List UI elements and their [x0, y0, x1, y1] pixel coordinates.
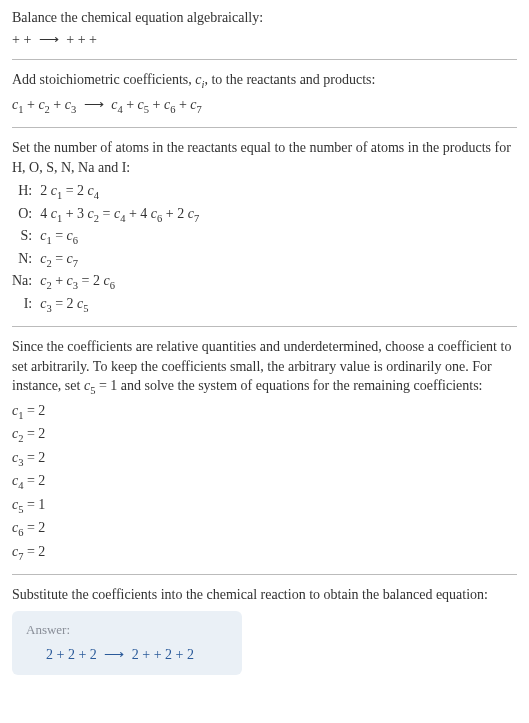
divider	[12, 127, 517, 128]
c7: c7	[190, 97, 201, 112]
intro-section: Balance the chemical equation algebraica…	[12, 8, 517, 49]
atom-eq: c2 + c3 = 2 c6	[40, 271, 199, 293]
divider	[12, 59, 517, 60]
c5: c5	[138, 97, 149, 112]
atom-label: O:	[12, 204, 40, 226]
stoich-equation: c1 + c2 + c3 ⟶ c4 + c5 + c6 + c7	[12, 95, 517, 117]
answer-lhs: 2 + 2 + 2	[46, 647, 100, 662]
stoich-text: Add stoichiometric coefficients, ci, to …	[12, 70, 517, 92]
intro-lhs: + +	[12, 32, 35, 47]
plus: +	[53, 97, 64, 112]
plus: +	[27, 97, 38, 112]
intro-rhs: + + +	[66, 32, 97, 47]
coeff-c1: c1 = 2	[12, 401, 517, 423]
answer-equation: 2 + 2 + 2 ⟶ 2 + + 2 + 2	[26, 645, 228, 665]
stoich-text-1: Add stoichiometric coefficients,	[12, 72, 195, 87]
plus: +	[126, 97, 137, 112]
arrow-icon: ⟶	[104, 645, 124, 665]
stoich-section: Add stoichiometric coefficients, ci, to …	[12, 70, 517, 117]
c2: c2	[38, 97, 49, 112]
coeff-c7: c7 = 2	[12, 542, 517, 564]
atom-row-N: N: c2 = c7	[12, 249, 199, 271]
divider	[12, 574, 517, 575]
intro-reaction: + + ⟶ + + +	[12, 30, 517, 50]
substitute-text: Substitute the coefficients into the che…	[12, 585, 517, 605]
atom-label: I:	[12, 294, 40, 316]
plus: +	[179, 97, 190, 112]
coeff-list: c1 = 2 c2 = 2 c3 = 2 c4 = 2 c5 = 1 c6 = …	[12, 401, 517, 564]
underdet-text: Since the coefficients are relative quan…	[12, 337, 517, 399]
atom-eq: 2 c1 = 2 c4	[40, 181, 199, 203]
atom-row-O: O: 4 c1 + 3 c2 = c4 + 4 c6 + 2 c7	[12, 204, 199, 226]
coeff-c3: c3 = 2	[12, 448, 517, 470]
atoms-table: H: 2 c1 = 2 c4 O: 4 c1 + 3 c2 = c4 + 4 c…	[12, 181, 199, 316]
arrow-icon: ⟶	[39, 30, 59, 50]
atom-eq: c1 = c6	[40, 226, 199, 248]
atoms-section: Set the number of atoms in the reactants…	[12, 138, 517, 316]
atom-eq: c3 = 2 c5	[40, 294, 199, 316]
coeff-c2: c2 = 2	[12, 424, 517, 446]
arrow-icon: ⟶	[84, 95, 104, 115]
coeff-c5: c5 = 1	[12, 495, 517, 517]
atom-eq: c2 = c7	[40, 249, 199, 271]
atom-eq: 4 c1 + 3 c2 = c4 + 4 c6 + 2 c7	[40, 204, 199, 226]
atom-label: Na:	[12, 271, 40, 293]
atom-row-H: H: 2 c1 = 2 c4	[12, 181, 199, 203]
atoms-intro: Set the number of atoms in the reactants…	[12, 138, 517, 177]
coeff-c6: c6 = 2	[12, 518, 517, 540]
c4: c4	[111, 97, 122, 112]
substitute-section: Substitute the coefficients into the che…	[12, 585, 517, 674]
answer-title: Answer:	[26, 621, 228, 639]
coeff-c4: c4 = 2	[12, 471, 517, 493]
divider	[12, 326, 517, 327]
atom-row-I: I: c3 = 2 c5	[12, 294, 199, 316]
atom-row-S: S: c1 = c6	[12, 226, 199, 248]
atom-label: H:	[12, 181, 40, 203]
stoich-text-2: , to the reactants and products:	[204, 72, 375, 87]
answer-rhs: 2 + + 2 + 2	[132, 647, 194, 662]
c3: c3	[65, 97, 76, 112]
atom-row-Na: Na: c2 + c3 = 2 c6	[12, 271, 199, 293]
c1: c1	[12, 97, 23, 112]
underdet-section: Since the coefficients are relative quan…	[12, 337, 517, 564]
c6: c6	[164, 97, 175, 112]
atom-label: S:	[12, 226, 40, 248]
answer-box: Answer: 2 + 2 + 2 ⟶ 2 + + 2 + 2	[12, 611, 242, 675]
plus: +	[153, 97, 164, 112]
intro-text: Balance the chemical equation algebraica…	[12, 8, 517, 28]
atom-label: N:	[12, 249, 40, 271]
